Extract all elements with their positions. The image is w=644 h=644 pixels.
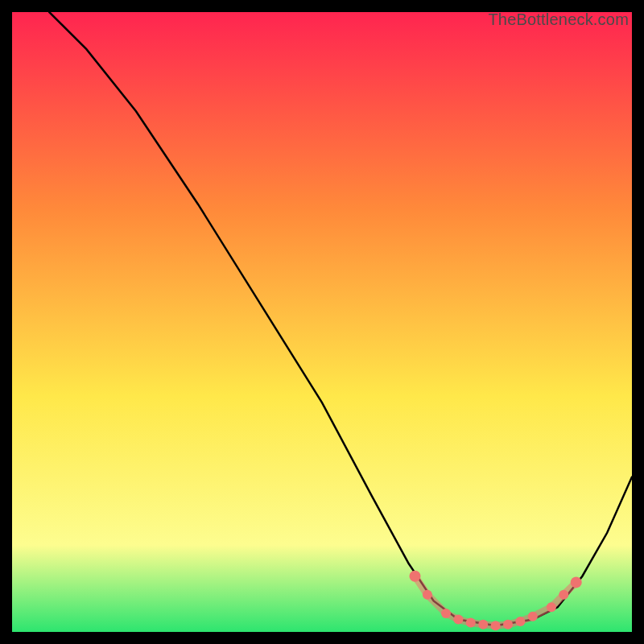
chart-frame: TheBottleneck.com <box>12 12 632 632</box>
marker-dot <box>503 620 513 630</box>
chart-svg <box>12 12 632 632</box>
marker-dot <box>410 571 421 582</box>
marker-dot <box>466 618 476 628</box>
watermark-text: TheBottleneck.com <box>488 10 629 29</box>
marker-dot <box>515 617 525 626</box>
marker-dot <box>571 576 582 588</box>
marker-dot <box>453 615 463 625</box>
marker-dot <box>491 621 501 630</box>
gradient-background <box>12 12 632 632</box>
marker-dot <box>559 590 568 600</box>
marker-dot <box>478 620 488 630</box>
marker-dot <box>528 612 538 621</box>
marker-dot <box>547 602 556 612</box>
marker-dot <box>423 590 432 600</box>
marker-dot <box>441 609 451 618</box>
plot-area <box>12 12 632 632</box>
